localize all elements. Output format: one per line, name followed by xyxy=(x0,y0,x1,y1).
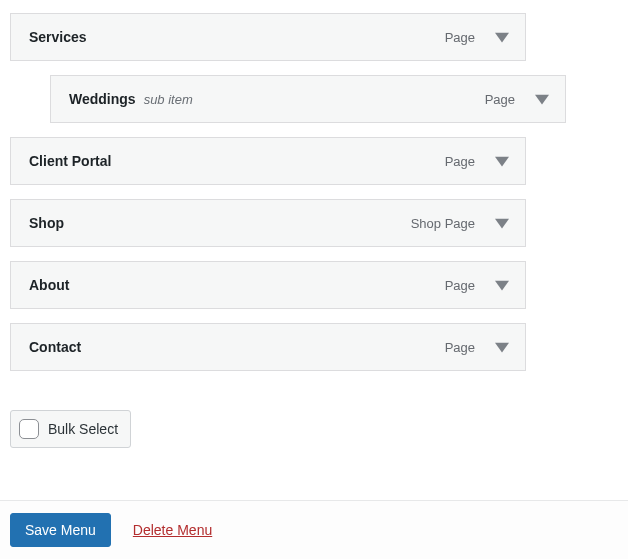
chevron-down-icon[interactable] xyxy=(489,334,515,360)
menu-item-bar[interactable]: ServicesPage xyxy=(10,13,526,61)
menu-item-title: Contact xyxy=(29,339,81,355)
delete-menu-link[interactable]: Delete Menu xyxy=(133,522,212,538)
menu-item: ShopShop Page xyxy=(10,199,526,247)
chevron-down-icon[interactable] xyxy=(489,210,515,236)
menu-item-type: Shop Page xyxy=(411,216,475,231)
menu-item: AboutPage xyxy=(10,261,526,309)
menu-item-title: Weddings xyxy=(69,91,136,107)
menu-item-bar[interactable]: AboutPage xyxy=(10,261,526,309)
bulk-select-row: Bulk Select xyxy=(0,410,628,448)
menu-item-bar[interactable]: Client PortalPage xyxy=(10,137,526,185)
menu-item: ServicesPage xyxy=(10,13,526,61)
chevron-down-icon[interactable] xyxy=(489,272,515,298)
menu-item: Weddingssub itemPage xyxy=(50,75,566,123)
menu-item-title: Services xyxy=(29,29,87,45)
chevron-down-icon[interactable] xyxy=(529,86,555,112)
chevron-down-icon[interactable] xyxy=(489,148,515,174)
footer-actions: Save Menu Delete Menu xyxy=(0,500,628,559)
menu-item-bar[interactable]: Weddingssub itemPage xyxy=(50,75,566,123)
menu-item-type: Page xyxy=(445,340,475,355)
menu-item-type: Page xyxy=(445,154,475,169)
menu-item-title: Client Portal xyxy=(29,153,111,169)
menu-item-type: Page xyxy=(445,30,475,45)
menu-item-bar[interactable]: ContactPage xyxy=(10,323,526,371)
sub-item-label: sub item xyxy=(144,92,193,107)
bulk-select-button[interactable]: Bulk Select xyxy=(10,410,131,448)
bulk-select-label: Bulk Select xyxy=(48,421,118,437)
menu-item-title: Shop xyxy=(29,215,64,231)
menu-item: ContactPage xyxy=(10,323,526,371)
menu-item-type: Page xyxy=(445,278,475,293)
menu-structure: ServicesPageWeddingssub itemPageClient P… xyxy=(0,0,628,381)
checkbox-icon xyxy=(19,419,39,439)
menu-item: Client PortalPage xyxy=(10,137,526,185)
menu-item-bar[interactable]: ShopShop Page xyxy=(10,199,526,247)
save-menu-button[interactable]: Save Menu xyxy=(10,513,111,547)
menu-item-title: About xyxy=(29,277,69,293)
menu-item-type: Page xyxy=(485,92,515,107)
chevron-down-icon[interactable] xyxy=(489,24,515,50)
